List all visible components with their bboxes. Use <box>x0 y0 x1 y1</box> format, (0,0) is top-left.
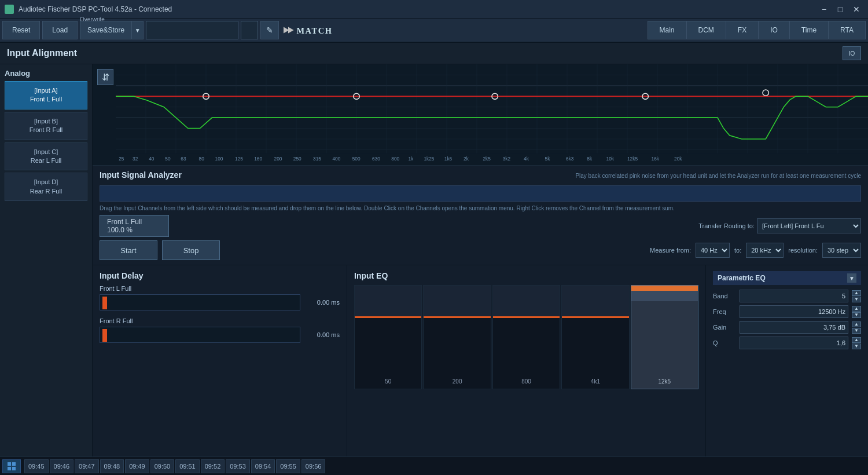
param-freq-down[interactable]: ▼ <box>852 312 861 318</box>
tab-rta[interactable]: RTA <box>828 21 866 39</box>
transfer-routing-label: Transfer Routing to: <box>698 222 755 229</box>
param-band-label: Band <box>713 293 736 299</box>
svg-text:50: 50 <box>165 156 171 162</box>
resolution-select[interactable]: 30 step <box>822 243 861 258</box>
svg-text:25: 25 <box>119 156 124 162</box>
param-gain-down[interactable]: ▼ <box>852 328 861 334</box>
param-band-up[interactable]: ▲ <box>852 290 861 296</box>
param-band-down[interactable]: ▼ <box>852 297 861 302</box>
param-freq-input[interactable] <box>740 305 848 318</box>
taskbar-time-0951[interactable]: 09:51 <box>175 459 200 473</box>
signal-analyzer-hint: Play back correlated pink noise from you… <box>575 173 861 179</box>
taskbar-time-0955[interactable]: 09:55 <box>276 459 300 473</box>
maximize-button[interactable]: □ <box>833 3 847 15</box>
io-button[interactable]: IO <box>843 46 861 60</box>
svg-text:4k: 4k <box>524 156 529 162</box>
preset-num-input[interactable]: 2 <box>241 21 258 39</box>
eq-band-200[interactable]: 200 <box>423 285 491 389</box>
delay-ch1-thumb[interactable] <box>102 297 107 309</box>
titlebar: Audiotec Fischer DSP PC-Tool 4.52a - Con… <box>0 0 868 19</box>
eq-bands-container: 50 200 800 <box>354 285 698 389</box>
taskbar-time-0947[interactable]: 09:47 <box>75 459 99 473</box>
taskbar-time-0950[interactable]: 09:50 <box>150 459 175 473</box>
taskbar-time-0946[interactable]: 09:46 <box>50 459 74 473</box>
save-store-button[interactable]: Save&Store <box>80 21 132 39</box>
svg-text:500: 500 <box>352 156 361 162</box>
windows-icon <box>7 462 16 471</box>
svg-text:8k: 8k <box>587 156 593 162</box>
save-store-dropdown[interactable]: ▼ <box>132 21 144 39</box>
param-q-row: Q ▲ ▼ <box>713 337 861 349</box>
taskbar-time-0954[interactable]: 09:54 <box>251 459 275 473</box>
tab-time[interactable]: Time <box>789 21 828 39</box>
param-q-up[interactable]: ▲ <box>852 337 861 343</box>
svg-rect-3 <box>116 64 868 154</box>
channel-label: Front L Full <box>107 218 161 226</box>
param-band-input[interactable] <box>740 290 848 302</box>
app-icon <box>5 5 14 14</box>
param-gain-label: Gain <box>713 324 736 331</box>
eq-band-50[interactable]: 50 <box>354 285 422 389</box>
param-gain-up[interactable]: ▲ <box>852 321 861 327</box>
svg-text:125: 125 <box>235 156 243 162</box>
tab-dcm[interactable]: DCM <box>686 21 726 39</box>
delay-ch2-thumb[interactable] <box>102 329 107 342</box>
analyzer-bar[interactable] <box>100 185 861 202</box>
tab-fx[interactable]: FX <box>726 21 758 39</box>
save-store-group: Save&Store ▼ <box>80 21 144 39</box>
param-gain-input[interactable] <box>740 321 848 334</box>
nav-tabs: Main DCM FX IO Time RTA <box>648 21 866 39</box>
taskbar-start[interactable] <box>2 459 21 473</box>
routing-select[interactable]: [Front Left] Front L Fu <box>757 218 861 233</box>
sidebar-item-input-a[interactable]: [Input A]Front L Full <box>5 81 87 109</box>
param-eq-menu[interactable]: ▼ <box>847 273 856 283</box>
taskbar-time-0956[interactable]: 09:56 <box>301 459 326 473</box>
chart-swap-button[interactable]: ⇵ <box>97 69 113 85</box>
svg-text:1k6: 1k6 <box>444 156 453 162</box>
stop-button[interactable]: Stop <box>162 240 220 260</box>
param-freq-label: Freq <box>713 308 736 315</box>
delay-ch2-slider[interactable] <box>100 327 300 343</box>
eq-chart-area: ⇵ <box>93 64 868 166</box>
input-eq-title: Input EQ <box>354 271 388 280</box>
svg-rect-86 <box>8 467 11 470</box>
taskbar-time-0952[interactable]: 09:52 <box>201 459 225 473</box>
measure-to-select[interactable]: 20 kHz <box>746 243 784 258</box>
sidebar-item-input-b[interactable]: [Input B]Front R Full <box>5 112 87 140</box>
taskbar-time-0948[interactable]: 09:48 <box>100 459 124 473</box>
minimize-button[interactable]: − <box>817 3 831 15</box>
eq-band-12k5-label: 12k5 <box>631 378 698 385</box>
tab-io[interactable]: IO <box>758 21 789 39</box>
taskbar-time-0945[interactable]: 09:45 <box>24 459 49 473</box>
param-gain-row: Gain ▲ ▼ <box>713 321 861 334</box>
param-q-down[interactable]: ▼ <box>852 344 861 349</box>
sidebar-item-input-c[interactable]: [Input C]Rear L Full <box>5 142 87 171</box>
param-q-stepper: ▲ ▼ <box>852 337 861 349</box>
param-band-stepper: ▲ ▼ <box>852 290 861 302</box>
taskbar-time-0949[interactable]: 09:49 <box>125 459 149 473</box>
eq-band-800-label: 800 <box>493 378 560 385</box>
measure-from-select[interactable]: 40 Hz <box>696 243 730 258</box>
load-button[interactable]: Load <box>42 21 78 39</box>
tab-main[interactable]: Main <box>648 21 686 39</box>
param-freq-stepper: ▲ ▼ <box>852 306 861 318</box>
reset-button[interactable]: Reset <box>2 21 40 39</box>
param-q-input[interactable] <box>740 337 848 349</box>
input-a-label: [Input A]Front L Full <box>30 87 62 103</box>
taskbar-time-0953[interactable]: 09:53 <box>226 459 250 473</box>
toolbar: Reset Load Overwrite Save&Store ▼ M2-120… <box>0 19 868 43</box>
preset-name-input[interactable]: M2-12092019-1947 <box>146 21 238 39</box>
svg-text:2k5: 2k5 <box>483 156 491 162</box>
delay-ch1-slider[interactable] <box>100 294 300 310</box>
param-freq-up[interactable]: ▲ <box>852 306 861 312</box>
eq-band-800[interactable]: 800 <box>492 285 560 389</box>
eq-band-4k1[interactable]: 4k1 <box>561 285 629 389</box>
sidebar-item-input-d[interactable]: [Input D]Rear R Full <box>5 173 87 201</box>
titlebar-controls: − □ ✕ <box>817 3 863 15</box>
channel-percent: 100.0 % <box>107 226 161 234</box>
close-button[interactable]: ✕ <box>849 3 863 15</box>
match-logo-svg: MATCH <box>284 23 339 37</box>
eq-band-12k5[interactable]: 12k5 <box>631 285 698 389</box>
start-button[interactable]: Start <box>100 240 157 260</box>
edit-button[interactable]: ✎ <box>260 21 279 39</box>
